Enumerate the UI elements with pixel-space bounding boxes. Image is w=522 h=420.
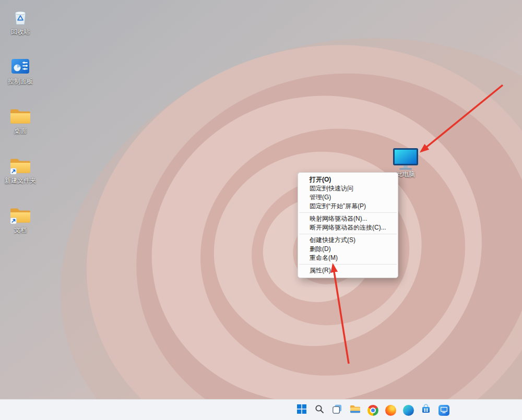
desktop-icon-new-folder-shortcut[interactable]: 新建文件夹 bbox=[0, 151, 41, 200]
menu-item-pin-start[interactable]: 固定到“开始”屏幕(P) bbox=[298, 202, 398, 211]
icon-label: 文档 bbox=[14, 227, 27, 234]
desktop-icon-column: 回收站 控制面板 bbox=[0, 2, 41, 250]
store-icon bbox=[421, 404, 431, 416]
folder-shortcut-icon bbox=[8, 154, 32, 176]
recycle-bin-icon bbox=[8, 6, 32, 28]
taskbar-task-view-button[interactable] bbox=[331, 401, 343, 419]
task-view-icon bbox=[333, 404, 342, 416]
taskbar-icon-row bbox=[295, 400, 450, 420]
icon-label: 此电脑 bbox=[396, 171, 415, 178]
desktop-icon-documents-shortcut[interactable]: 文档 bbox=[0, 200, 41, 250]
menu-item-open[interactable]: 打开(O) bbox=[298, 175, 398, 184]
taskbar-start-button[interactable] bbox=[295, 401, 308, 419]
desktop-icon-recycle-bin[interactable]: 回收站 bbox=[0, 2, 41, 52]
search-icon bbox=[315, 404, 324, 416]
taskbar-pc-manager-button[interactable] bbox=[437, 401, 450, 419]
taskbar-search-button[interactable] bbox=[313, 401, 326, 419]
desktop-icon-desktop-folder[interactable]: 桌面 bbox=[0, 101, 41, 151]
menu-item-create-shortcut[interactable]: 创建快捷方式(S) bbox=[298, 236, 398, 245]
this-pc-monitor-icon bbox=[392, 148, 419, 171]
menu-separator bbox=[299, 212, 397, 213]
menu-item-delete[interactable]: 删除(D) bbox=[298, 245, 398, 254]
icon-label: 控制面板 bbox=[8, 78, 33, 85]
wallpaper-bloom bbox=[0, 0, 522, 420]
taskbar-edge-button[interactable] bbox=[402, 401, 414, 419]
pc-manager-icon bbox=[438, 405, 449, 416]
context-menu: 打开(O) 固定到快速访问 管理(G) 固定到“开始”屏幕(P) 映射网络驱动器… bbox=[298, 172, 398, 278]
menu-item-pin-quick-access[interactable]: 固定到快速访问 bbox=[298, 184, 398, 193]
desktop-icon-control-panel[interactable]: 控制面板 bbox=[0, 52, 41, 101]
folder-icon bbox=[8, 105, 32, 127]
control-panel-icon bbox=[8, 55, 32, 77]
firefox-icon bbox=[385, 405, 396, 416]
menu-separator bbox=[299, 234, 397, 234]
menu-item-properties[interactable]: 属性(R) bbox=[298, 266, 398, 275]
taskbar-chrome-button[interactable] bbox=[366, 401, 379, 419]
chrome-icon bbox=[367, 405, 378, 416]
taskbar bbox=[0, 399, 522, 420]
menu-item-rename[interactable]: 重命名(M) bbox=[298, 254, 398, 262]
taskbar-store-button[interactable] bbox=[420, 401, 432, 419]
desktop-screen: 回收站 控制面板 bbox=[0, 0, 522, 420]
folder-shortcut-icon bbox=[8, 204, 32, 226]
menu-item-manage[interactable]: 管理(G) bbox=[298, 193, 398, 202]
menu-item-map-network-drive[interactable]: 映射网络驱动器(N)... bbox=[298, 214, 398, 223]
menu-separator bbox=[299, 264, 397, 265]
edge-icon bbox=[403, 405, 414, 416]
icon-label: 桌面 bbox=[14, 128, 27, 135]
menu-item-disconnect-network-drive[interactable]: 断开网络驱动器的连接(C)... bbox=[298, 223, 398, 232]
taskbar-file-explorer-button[interactable] bbox=[349, 401, 361, 419]
icon-label: 新建文件夹 bbox=[5, 177, 36, 184]
windows-start-icon bbox=[297, 404, 306, 416]
taskbar-firefox-button[interactable] bbox=[384, 401, 397, 419]
file-explorer-icon bbox=[350, 404, 361, 416]
icon-label: 回收站 bbox=[11, 29, 30, 35]
